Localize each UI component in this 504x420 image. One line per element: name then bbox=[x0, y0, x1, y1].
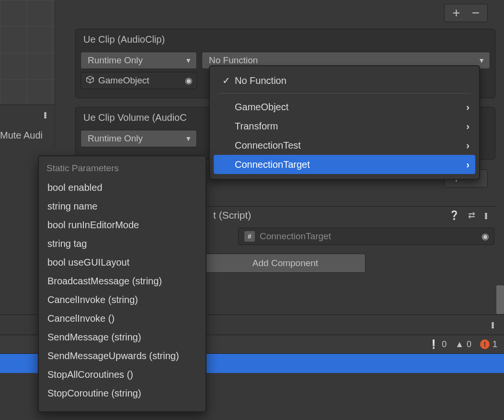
menu-item-gameobject[interactable]: GameObject› bbox=[214, 97, 475, 117]
menu-item[interactable]: SendMessageUpwards (string) bbox=[46, 347, 200, 365]
chevron-down-icon: ▼ bbox=[185, 135, 192, 142]
menu-item[interactable]: StopAllCoroutines () bbox=[46, 365, 200, 384]
static-parameters-popup: Static Parameters bool enabledstring nam… bbox=[38, 155, 206, 412]
dropdown-value: Runtime Only bbox=[88, 133, 143, 144]
function-picker-popup: ✓ No Function GameObject›Transform›Conne… bbox=[209, 65, 480, 180]
dropdown-value: No Function bbox=[209, 55, 258, 66]
chevron-down-icon: ▼ bbox=[185, 57, 192, 64]
menu-divider bbox=[218, 93, 470, 93]
component-title-partial: t (Script) bbox=[213, 210, 251, 221]
menu-item[interactable]: string name bbox=[46, 197, 200, 216]
menu-item-label: GameObject bbox=[235, 102, 288, 113]
menu-item-no-function[interactable]: ✓ No Function bbox=[214, 71, 475, 90]
left-panel-strip: ••• Mute Audi bbox=[0, 105, 55, 146]
viewport-grid bbox=[0, 0, 55, 105]
warn-count[interactable]: ▲ 0 bbox=[455, 339, 471, 350]
scrollbar-thumb[interactable] bbox=[496, 285, 504, 314]
mute-audio-label-partial: Mute Audi bbox=[0, 130, 43, 141]
menu-item[interactable]: CancelInvoke () bbox=[46, 309, 200, 328]
call-mode-dropdown[interactable]: Runtime Only ▼ bbox=[80, 52, 197, 69]
script-name: ConnectionTarget bbox=[260, 231, 331, 242]
add-component-button[interactable]: Add Component bbox=[205, 254, 366, 273]
add-component-label: Add Component bbox=[252, 258, 318, 268]
menu-item[interactable]: bool enabled bbox=[46, 178, 200, 197]
count-value: 0 bbox=[467, 339, 471, 350]
script-icon: # bbox=[244, 231, 255, 242]
menu-item-transform[interactable]: Transform› bbox=[214, 117, 475, 136]
count-value: 1 bbox=[493, 339, 497, 350]
object-picker-icon[interactable]: ◉ bbox=[185, 75, 193, 86]
chevron-right-icon: › bbox=[466, 140, 470, 151]
kebab-icon[interactable]: ••• bbox=[40, 112, 50, 118]
kebab-icon[interactable]: ••• bbox=[487, 322, 497, 328]
menu-item-connectiontarget[interactable]: ConnectionTarget› bbox=[214, 155, 475, 174]
remove-button[interactable]: − bbox=[472, 6, 480, 20]
menu-item[interactable]: string tag bbox=[46, 234, 200, 253]
error-count[interactable]: ! 1 bbox=[480, 339, 497, 350]
menu-item[interactable]: SendMessage (string) bbox=[46, 328, 200, 347]
chevron-right-icon: › bbox=[466, 102, 470, 113]
help-icon[interactable]: ❔ bbox=[449, 210, 459, 221]
dropdown-value: Runtime Only bbox=[88, 55, 143, 66]
info-count[interactable]: ❕ 0 bbox=[428, 339, 447, 350]
count-value: 0 bbox=[442, 339, 447, 350]
error-icon: ! bbox=[480, 339, 490, 349]
chevron-right-icon: › bbox=[466, 121, 470, 132]
menu-item[interactable]: bool runInEditorMode bbox=[46, 216, 200, 234]
script-field[interactable]: # ConnectionTarget ◉ bbox=[238, 228, 494, 245]
menu-item[interactable]: CancelInvoke (string) bbox=[46, 291, 200, 309]
gameobject-icon bbox=[86, 75, 94, 86]
call-mode-dropdown[interactable]: Runtime Only ▼ bbox=[80, 130, 197, 147]
menu-item-label: ConnectionTest bbox=[235, 140, 301, 151]
menu-item-label: No Function bbox=[235, 75, 286, 86]
preset-icon[interactable]: ⇄ bbox=[468, 210, 474, 221]
info-icon: ❕ bbox=[428, 339, 439, 350]
popup-header: Static Parameters bbox=[46, 163, 200, 174]
checkmark-icon: ✓ bbox=[222, 75, 235, 86]
viewport-preview bbox=[0, 0, 55, 105]
menu-item[interactable]: bool useGUILayout bbox=[46, 253, 200, 272]
object-name: GameObject bbox=[98, 75, 149, 86]
chevron-right-icon: › bbox=[466, 159, 470, 170]
section-title: Ue Clip (AudioClip) bbox=[76, 29, 495, 49]
menu-item-label: ConnectionTarget bbox=[235, 159, 310, 170]
target-object-field[interactable]: GameObject ◉ bbox=[80, 72, 197, 89]
menu-item-label: Transform bbox=[235, 121, 278, 132]
menu-item[interactable]: BroadcastMessage (string) bbox=[46, 272, 200, 291]
menu-item-connectiontest[interactable]: ConnectionTest› bbox=[214, 136, 475, 155]
add-button[interactable]: + bbox=[452, 6, 460, 20]
warning-icon: ▲ bbox=[455, 339, 464, 350]
object-picker-icon[interactable]: ◉ bbox=[481, 231, 489, 242]
menu-item[interactable]: StopCoroutine (string) bbox=[46, 384, 200, 403]
kebab-icon[interactable]: ••• bbox=[481, 212, 491, 219]
list-add-remove: + − bbox=[444, 4, 488, 22]
chevron-down-icon: ▼ bbox=[478, 57, 485, 64]
